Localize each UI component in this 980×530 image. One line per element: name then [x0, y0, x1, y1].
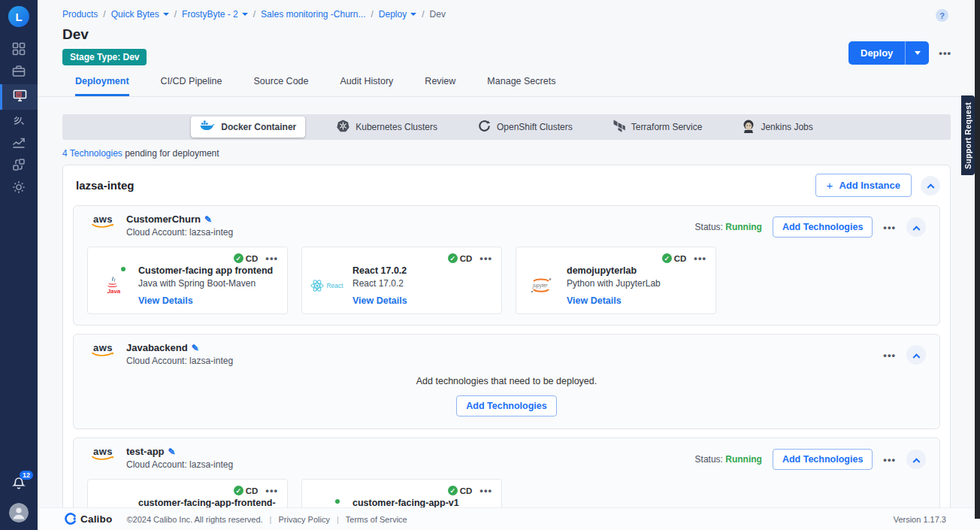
tech-tab-openshift-clusters[interactable]: OpenShift Clusters	[469, 116, 582, 138]
tech-card-demojupyterlab: ✓CD ••• jupyter demojupyterlab Python wi…	[516, 247, 716, 314]
cd-status-badge: ✓CD	[448, 486, 473, 495]
instance-collapse-button[interactable]	[906, 450, 926, 469]
tech-tab-terraform-service[interactable]: Terraform Service	[604, 116, 712, 138]
help-button[interactable]: ?	[936, 9, 948, 22]
add-instance-button[interactable]: +Add Instance	[815, 174, 912, 197]
insights-chart-icon	[12, 135, 26, 152]
sidebar-item-settings[interactable]	[0, 177, 38, 200]
notification-count-badge: 12	[20, 471, 33, 480]
empty-technologies-message: Add technologies that need to be deploye…	[87, 376, 926, 386]
integrations-icon	[12, 158, 26, 174]
tech-card-customer-facing-app-frontend: ✓CD ••• Java Customer-facing app fronten…	[87, 247, 288, 314]
tab-audit-history[interactable]: Audit History	[340, 76, 394, 96]
breadcrumb: Products / Quick Bytes / FrostyByte - 2 …	[38, 0, 980, 20]
breadcrumb-products[interactable]: Products	[62, 9, 98, 20]
react-icon: React	[311, 265, 343, 306]
cd-status-badge: ✓CD	[234, 253, 259, 263]
tab-cicd-pipeline[interactable]: CI/CD Pipeline	[161, 76, 222, 96]
user-avatar[interactable]	[9, 503, 29, 522]
environment-collapse-button[interactable]	[921, 176, 940, 195]
vertical-scrollbar[interactable]	[975, 0, 980, 519]
check-icon: ✓	[234, 253, 243, 263]
cd-status-badge: ✓CD	[448, 253, 473, 263]
settings-gear-icon	[12, 180, 26, 197]
instance-more-options-icon[interactable]: •••	[883, 350, 896, 361]
instance-customerchurn: aws CustomerChurn✎ Cloud Account: lazsa-…	[73, 205, 940, 326]
question-mark-icon: ?	[939, 11, 945, 20]
card-more-options-icon[interactable]: •••	[265, 485, 278, 496]
pending-technologies-link[interactable]: 4 Technologies	[62, 148, 122, 159]
instance-more-options-icon[interactable]: •••	[883, 222, 896, 233]
deploy-dropdown-button[interactable]	[905, 41, 929, 65]
tab-deployment[interactable]: Deployment	[75, 76, 129, 96]
chevron-up-icon	[912, 458, 920, 465]
sidebar-item-insights[interactable]	[0, 132, 38, 155]
footer-separator: |	[270, 515, 272, 524]
view-details-link[interactable]: View Details	[352, 295, 407, 306]
breadcrumb-sales-monitoring[interactable]: Sales monitoring -Churn...	[261, 9, 365, 20]
plus-icon: +	[827, 179, 833, 192]
check-icon: ✓	[448, 253, 458, 263]
main-content: Products / Quick Bytes / FrostyByte - 2 …	[38, 0, 980, 530]
briefcase-icon	[12, 65, 26, 81]
tech-tab-jenkins-jobs[interactable]: Jenkins Jobs	[733, 116, 821, 139]
cloud-account-label: Cloud Account: lazsa-integ	[126, 227, 233, 238]
tab-source-code[interactable]: Source Code	[254, 76, 309, 96]
breadcrumb-quick-bytes[interactable]: Quick Bytes	[111, 9, 169, 20]
docker-icon	[200, 120, 215, 134]
card-more-options-icon[interactable]: •••	[265, 253, 278, 264]
card-more-options-icon[interactable]: •••	[479, 253, 492, 264]
instance-more-options-icon[interactable]: •••	[883, 454, 896, 465]
tech-name: React 17.0.2	[352, 265, 407, 276]
bell-icon	[11, 480, 26, 493]
page-more-options-icon[interactable]: •••	[939, 47, 951, 59]
card-more-options-icon[interactable]: •••	[694, 253, 706, 264]
kubernetes-icon	[337, 120, 349, 135]
status-label: Status: Running	[695, 454, 762, 465]
tech-stack: React 17.0.2	[352, 278, 407, 289]
jenkins-icon	[743, 120, 755, 135]
privacy-policy-link[interactable]: Privacy Policy	[278, 515, 329, 524]
check-icon: ✓	[234, 486, 243, 495]
instance-collapse-button[interactable]	[906, 217, 926, 237]
status-dot	[121, 267, 126, 271]
instance-name: test-app	[126, 446, 165, 457]
cd-status-badge: ✓CD	[662, 253, 687, 263]
notifications-button[interactable]: 12	[11, 476, 26, 494]
add-technologies-button[interactable]: Add Technologies	[773, 449, 873, 470]
view-details-link[interactable]: View Details	[138, 295, 273, 306]
sidebar-item-integrations[interactable]	[0, 155, 38, 177]
sidebar-item-radar[interactable]	[0, 110, 38, 132]
tab-manage-secrets[interactable]: Manage Secrets	[487, 76, 555, 96]
sidebar-item-projects[interactable]	[0, 62, 38, 84]
app-logo[interactable]: L	[8, 6, 29, 27]
terms-of-service-link[interactable]: Terms of Service	[346, 515, 407, 524]
sidebar-item-apps[interactable]	[0, 39, 38, 62]
view-details-link[interactable]: View Details	[567, 295, 661, 306]
tab-review[interactable]: Review	[425, 76, 455, 96]
tech-tab-docker-container[interactable]: Docker Container	[191, 117, 305, 138]
card-more-options-icon[interactable]: •••	[479, 485, 492, 496]
support-request-tab[interactable]: Support Request	[961, 95, 975, 175]
jupyter-icon: jupyter	[525, 265, 557, 306]
breadcrumb-deploy[interactable]: Deploy	[379, 9, 416, 20]
status-badge: Running	[725, 222, 762, 232]
tech-tab-kubernetes-clusters[interactable]: Kubernetes Clusters	[328, 116, 446, 138]
breadcrumb-separator: /	[103, 9, 105, 20]
deploy-button[interactable]: Deploy	[848, 41, 905, 65]
add-technologies-button[interactable]: Add Technologies	[773, 217, 873, 238]
add-technologies-button[interactable]: Add Technologies	[456, 395, 556, 416]
edit-icon[interactable]: ✎	[204, 214, 212, 225]
terraform-icon	[613, 120, 625, 135]
instance-collapse-button[interactable]	[906, 345, 926, 365]
edit-icon[interactable]: ✎	[168, 447, 176, 457]
sidebar-item-develop[interactable]	[0, 84, 38, 110]
check-icon: ✓	[448, 486, 458, 495]
environment-panel: lazsa-integ +Add Instance aws CustomerCh…	[62, 165, 951, 530]
technology-filter-bar: Docker Container Kubernetes Clusters Ope…	[62, 114, 951, 140]
breadcrumb-separator: /	[422, 9, 424, 20]
breadcrumb-frostybyte[interactable]: FrostyByte - 2	[182, 9, 248, 20]
edit-icon[interactable]: ✎	[192, 343, 199, 353]
status-label: Status: Running	[695, 222, 762, 232]
cloud-account-label: Cloud Account: lazsa-integ	[126, 459, 233, 470]
